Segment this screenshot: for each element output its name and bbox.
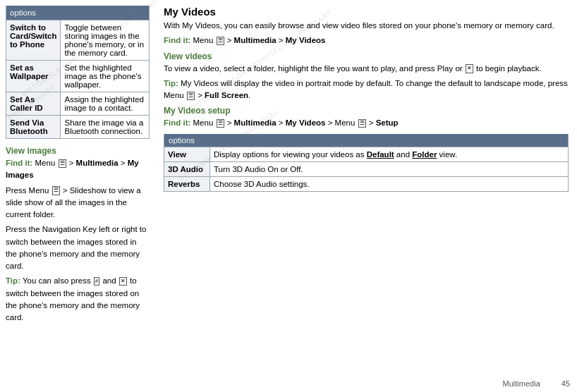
option-desc: Share the image via a Bluetooth connecti… (61, 116, 150, 139)
table-row: Send Via Bluetooth Share the image via a… (6, 116, 150, 139)
setup-find-it: Find it: Menu ☰ > Multimedia > My Videos… (164, 117, 569, 129)
table-row: 3D Audio Turn 3D Audio On or Off. (164, 161, 569, 176)
setup-find-label: Find it: (164, 118, 190, 127)
menu-icon-setup: ☰ (217, 119, 224, 128)
find-it-content-right: Menu ☰ > Multimedia > My Videos (193, 36, 326, 44)
menu-icon-tip: ☰ (187, 92, 195, 100)
option-name: Switch to Card/Switch to Phone (6, 20, 61, 61)
tip-right: Tip: My Videos will display the video in… (164, 78, 569, 102)
options-table-left: options Switch to Card/Switch to Phone T… (6, 6, 150, 139)
right-panel: My Videos With My Videos, you can easily… (155, 0, 577, 392)
x-icon-left: ✕ (119, 277, 127, 286)
tip-label-right: Tip: (164, 79, 178, 87)
menu-icon-para1: ☰ (52, 186, 60, 195)
table-row: Set as Wallpaper Set the highlighted ima… (6, 61, 150, 92)
option-desc-right: Choose 3D Audio settings. (210, 176, 569, 191)
option-desc-right: Display options for viewing your videos … (210, 147, 569, 161)
view-para: To view a video, select a folder, highli… (164, 63, 569, 75)
option-name: Set as Wallpaper (6, 61, 61, 92)
hash-icon: # (94, 277, 99, 286)
setup-find-content: Menu ☰ > Multimedia > My Videos > Menu ☰… (193, 118, 399, 127)
intro-text: With My Videos, you can easily browse an… (164, 20, 569, 32)
body-text-para1: Press Menu ☰ > Slideshow to view a slide… (6, 185, 150, 221)
tip-text-right: My Videos will display the video in port… (164, 79, 568, 99)
x-icon-right: ✕ (466, 64, 473, 73)
footer-multimedia: Multimedia (503, 379, 540, 388)
option-name-right: Reverbs (164, 176, 210, 191)
find-it-label-right: Find it: (164, 36, 190, 44)
menu-icon-right: ☰ (217, 37, 224, 45)
option-desc: Set the highlighted image as the phone's… (61, 61, 150, 92)
tip-label-left: Tip: (6, 276, 20, 285)
view-images-heading: View images (6, 146, 150, 156)
option-desc: Toggle between storing images in the pho… (61, 20, 150, 61)
setup-heading: My Videos setup (164, 106, 569, 116)
tip-text-left: You can also press # and ✕ to switch bet… (6, 276, 140, 321)
menu-icon-left: ☰ (59, 159, 66, 168)
tip-left: Tip: You can also press # and ✕ to switc… (6, 275, 150, 324)
option-name-right: View (164, 147, 210, 161)
find-it-label-left: Find it: (6, 159, 32, 167)
page-title: My Videos (164, 6, 569, 18)
option-desc-right: Turn 3D Audio On or Off. (210, 161, 569, 176)
body-text-para2: Press the Navigation Key left or right t… (6, 223, 150, 272)
menu-icon-setup2: ☰ (358, 119, 366, 128)
find-it-left: Find it: Menu ☰ > Multimedia > My Images (6, 157, 150, 182)
option-name-right: 3D Audio (164, 161, 210, 176)
table-row: Reverbs Choose 3D Audio settings. (164, 176, 569, 191)
footer: Multimedia 45 (503, 379, 570, 388)
table-row: View Display options for viewing your vi… (164, 147, 569, 161)
find-it-right: Find it: Menu ☰ > Multimedia > My Videos (164, 35, 569, 47)
option-name: Send Via Bluetooth (6, 116, 61, 139)
option-desc: Assign the highlighted image to a contac… (61, 92, 150, 116)
view-videos-heading: View videos (164, 51, 569, 61)
options-table-right: options View Display options for viewing… (164, 134, 569, 192)
options-header-right: options (164, 134, 569, 147)
option-name: Set As Caller ID (6, 92, 61, 116)
page-number: 45 (561, 379, 570, 388)
table-row: Set As Caller ID Assign the highlighted … (6, 92, 150, 116)
table-row: Switch to Card/Switch to Phone Toggle be… (6, 20, 150, 61)
left-panel: options Switch to Card/Switch to Phone T… (0, 0, 155, 392)
options-header-left: options (6, 6, 150, 20)
